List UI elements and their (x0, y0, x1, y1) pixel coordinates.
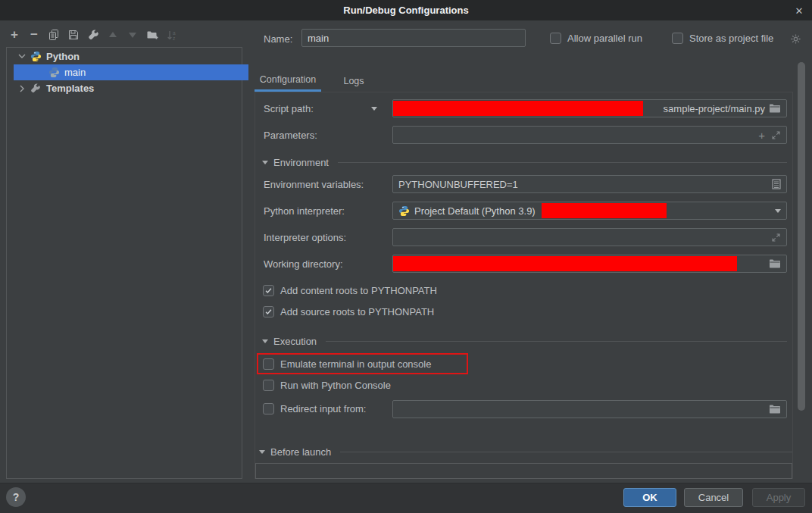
insert-macros-plus-icon[interactable]: + (758, 129, 765, 142)
tab-label: Configuration (260, 74, 316, 85)
parameters-input[interactable]: + (392, 126, 787, 144)
before-launch-task-list[interactable] (255, 463, 792, 479)
ok-button[interactable]: OK (623, 488, 676, 507)
redirect-input-label: Redirect input from: (280, 403, 366, 414)
execution-section-header[interactable]: Execution (262, 336, 787, 347)
collapse-triangle-icon[interactable] (262, 339, 268, 343)
move-up-icon[interactable] (106, 28, 120, 42)
folder-icon[interactable] (769, 103, 781, 114)
tree-item-label: Python (46, 51, 80, 62)
emulate-terminal-checkbox[interactable]: Emulate terminal in output console (263, 358, 431, 370)
script-path-value: sample-project/main.py (664, 103, 765, 114)
collapse-triangle-icon[interactable] (262, 161, 268, 164)
expand-field-icon[interactable] (771, 233, 781, 242)
python-icon (398, 205, 410, 217)
checkbox-icon[interactable] (672, 33, 683, 44)
python-interpreter-value: Project Default (Python 3.9) (414, 205, 536, 217)
run-with-python-console-label: Run with Python Console (280, 380, 391, 391)
python-icon (48, 67, 62, 78)
cancel-button[interactable]: Cancel (684, 488, 743, 507)
environment-section-header[interactable]: Environment (262, 157, 787, 168)
checkbox-icon[interactable] (263, 380, 274, 391)
section-divider (338, 162, 787, 163)
section-title: Execution (273, 336, 317, 347)
script-path-type-dropdown-icon[interactable] (371, 107, 377, 111)
add-icon[interactable]: + (8, 28, 21, 42)
add-content-roots-checkbox[interactable]: Add content roots to PYTHONPATH (263, 285, 437, 296)
tree-item-label: Templates (46, 83, 94, 94)
environment-variables-label: Environment variables: (264, 179, 364, 190)
new-folder-icon[interactable] (145, 28, 159, 42)
emulate-terminal-label: Emulate terminal in output console (280, 358, 431, 370)
checkbox-icon[interactable] (263, 358, 274, 370)
interpreter-options-input[interactable] (392, 228, 787, 246)
run-debug-configurations-dialog: Run/Debug Configurations ✕ + − az Python (0, 0, 812, 513)
section-divider (340, 452, 792, 452)
dialog-title: Run/Debug Configurations (343, 5, 468, 16)
redirect-input-checkbox[interactable]: Redirect input from: (263, 403, 366, 414)
redaction-box-interpreter (542, 203, 667, 218)
add-content-roots-label: Add content roots to PYTHONPATH (280, 285, 437, 296)
tree-item-python[interactable]: Python (14, 48, 248, 64)
name-label: Name: (264, 33, 292, 45)
apply-button[interactable]: Apply (752, 488, 805, 507)
apply-label: Apply (767, 492, 792, 503)
name-input[interactable]: main (301, 29, 526, 47)
gear-icon[interactable] (790, 33, 801, 45)
chevron-down-icon[interactable] (775, 209, 781, 213)
section-divider (326, 341, 787, 342)
before-launch-section-header[interactable]: Before launch (259, 446, 792, 458)
checkbox-icon[interactable] (550, 33, 561, 44)
environment-variables-value: PYTHONUNBUFFERED=1 (398, 179, 518, 190)
tab-configuration[interactable]: Configuration (255, 70, 321, 92)
browse-variables-list-icon[interactable] (772, 179, 781, 189)
collapse-triangle-icon[interactable] (259, 450, 265, 454)
section-title: Before launch (270, 446, 331, 458)
environment-variables-input[interactable]: PYTHONUNBUFFERED=1 (392, 175, 787, 193)
tree-item-main[interactable]: main (14, 64, 248, 80)
tab-logs[interactable]: Logs (333, 70, 374, 92)
checkbox-checked-icon[interactable] (263, 285, 274, 296)
allow-parallel-run-label: Allow parallel run (567, 33, 642, 44)
allow-parallel-run-checkbox[interactable]: Allow parallel run (550, 33, 642, 44)
move-down-icon[interactable] (126, 28, 139, 42)
ok-label: OK (642, 492, 657, 503)
title-bar: Run/Debug Configurations ✕ (0, 0, 812, 20)
script-path-label: Script path: (264, 103, 314, 114)
wrench-icon (30, 83, 44, 94)
checkbox-checked-icon[interactable] (263, 306, 274, 317)
tree-item-label: main (64, 67, 86, 78)
save-icon[interactable] (67, 28, 80, 42)
chevron-right-icon[interactable] (14, 85, 30, 92)
working-directory-label: Working directory: (264, 258, 343, 270)
help-button[interactable]: ? (6, 487, 26, 507)
folder-icon[interactable] (769, 258, 781, 269)
copy-icon[interactable] (47, 28, 61, 42)
expand-field-icon[interactable] (771, 130, 781, 140)
python-icon (30, 51, 44, 62)
redirect-input-file-input[interactable] (392, 400, 787, 418)
run-with-python-console-checkbox[interactable]: Run with Python Console (263, 380, 391, 391)
close-icon[interactable]: ✕ (792, 4, 806, 17)
vertical-scrollbar-thumb[interactable] (798, 62, 805, 411)
folder-icon[interactable] (769, 404, 781, 414)
chevron-down-icon[interactable] (14, 54, 30, 59)
tree-item-templates[interactable]: Templates (14, 80, 248, 96)
redaction-box-working-directory (393, 256, 737, 271)
name-value: main (308, 33, 329, 44)
cancel-label: Cancel (698, 492, 729, 503)
help-icon: ? (13, 491, 20, 503)
tab-label: Logs (343, 76, 364, 86)
add-source-roots-checkbox[interactable]: Add source roots to PYTHONPATH (263, 306, 434, 317)
section-title: Environment (273, 157, 329, 168)
svg-text:z: z (173, 36, 175, 41)
remove-icon[interactable]: − (27, 28, 41, 42)
interpreter-options-label: Interpreter options: (264, 232, 346, 243)
store-as-project-file-checkbox[interactable]: Store as project file (672, 33, 773, 44)
svg-text:a: a (173, 30, 176, 35)
checkbox-icon[interactable] (263, 403, 274, 414)
sort-alphabetically-icon[interactable]: az (165, 28, 179, 42)
parameters-label: Parameters: (264, 130, 317, 141)
edit-templates-wrench-icon[interactable] (86, 28, 100, 42)
redaction-box-script-path (393, 101, 643, 116)
